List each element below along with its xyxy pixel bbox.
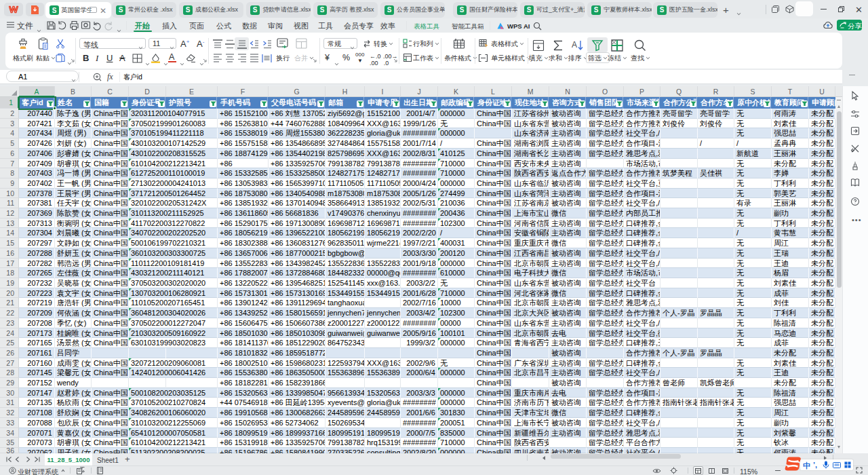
svg-text:A: A (572, 40, 577, 50)
